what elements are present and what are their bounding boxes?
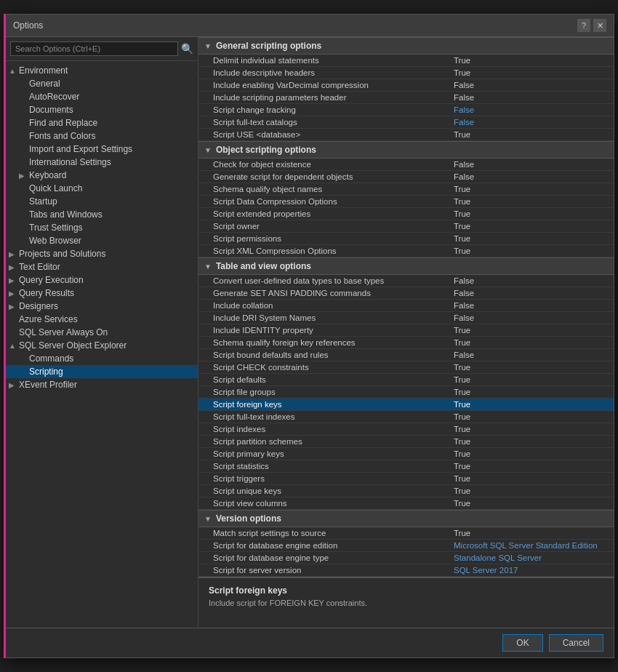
option-value: True — [454, 197, 599, 206]
option-row[interactable]: Script defaultsTrue — [198, 374, 614, 386]
tree-item-sql-always-on[interactable]: SQL Server Always On — [6, 326, 198, 339]
search-input[interactable] — [10, 41, 178, 56]
tree-item-quicklaunch[interactable]: Quick Launch — [6, 182, 198, 195]
option-row[interactable]: Generate SET ANSI PADDING commandsFalse — [198, 287, 614, 300]
option-row[interactable]: Include IDENTITY propertyTrue — [198, 324, 614, 337]
option-row[interactable]: Script primary keysTrue — [198, 448, 614, 460]
option-value: False — [454, 289, 599, 297]
tree-item-web-browser[interactable]: Web Browser — [6, 234, 198, 247]
tree-item-query-results[interactable]: ▶Query Results — [6, 287, 198, 300]
close-button[interactable]: ✕ — [593, 19, 606, 32]
option-row[interactable]: Script foreign keysTrue — [198, 399, 614, 411]
option-row[interactable]: Script ownerTrue — [198, 220, 614, 233]
option-row[interactable]: Script XML Compression OptionsTrue — [198, 245, 614, 257]
options-area: ▼General scripting optionsDelimit indivi… — [198, 37, 614, 577]
group-expander-version: ▼ — [204, 515, 212, 523]
option-value: True — [454, 363, 599, 372]
option-row[interactable]: Script change trackingFalse — [198, 104, 614, 116]
tree-item-text-editor[interactable]: ▶Text Editor — [6, 260, 198, 273]
options-group-version: ▼Version optionsMatch script settings to… — [198, 510, 614, 577]
tree-item-import-export[interactable]: Import and Export Settings — [6, 143, 198, 156]
tree-item-tabs-windows[interactable]: Tabs and Windows — [6, 208, 198, 221]
tree-item-commands[interactable]: Commands — [6, 352, 198, 365]
option-row[interactable]: Script statisticsTrue — [198, 460, 614, 473]
option-row[interactable]: Script bound defaults and rulesFalse — [198, 349, 614, 361]
option-name: Script extended properties — [213, 209, 454, 218]
tree-item-autorecover[interactable]: AutoRecover — [6, 90, 198, 103]
tree-item-designers[interactable]: ▶Designers — [6, 300, 198, 313]
tree-item-azure-services[interactable]: Azure Services — [6, 313, 198, 326]
tree-label-web-browser: Web Browser — [29, 236, 195, 246]
group-header-object-scripting[interactable]: ▼Object scripting options — [198, 141, 614, 159]
tree-item-xevent-profiler[interactable]: ▶XEvent Profiler — [6, 378, 198, 391]
option-row[interactable]: Convert user-defined data types to base … — [198, 275, 614, 287]
tree-item-query-execution[interactable]: ▶Query Execution — [6, 273, 198, 287]
option-row[interactable]: Script partition schemesTrue — [198, 436, 614, 448]
tree-item-keyboard[interactable]: ▶Keyboard — [6, 169, 198, 182]
group-header-version[interactable]: ▼Version options — [198, 510, 614, 527]
option-row[interactable]: Script extended propertiesTrue — [198, 208, 614, 220]
dialog-footer: OK Cancel — [6, 628, 614, 657]
tree-item-projects-solutions[interactable]: ▶Projects and Solutions — [6, 247, 198, 260]
dialog-title: Options — [13, 20, 43, 31]
option-row[interactable]: Check for object existenceFalse — [198, 159, 614, 171]
option-row[interactable]: Include enabling VarDecimal compressionF… — [198, 79, 614, 92]
tree-expander-query-execution: ▶ — [9, 276, 19, 284]
tree-item-scripting[interactable]: Scripting — [6, 365, 198, 378]
option-row[interactable]: Include scripting parameters headerFalse — [198, 92, 614, 104]
tree-item-find-replace[interactable]: Find and Replace — [6, 116, 198, 129]
tree-label-tabs-windows: Tabs and Windows — [29, 209, 195, 220]
option-row[interactable]: Include collationFalse — [198, 300, 614, 312]
option-row[interactable]: Schema qualify foreign key referencesTru… — [198, 337, 614, 349]
option-row[interactable]: Script Data Compression OptionsTrue — [198, 196, 614, 208]
tree-item-sql-object-explorer[interactable]: ▲SQL Server Object Explorer — [6, 339, 198, 352]
option-row[interactable]: Script unique keysTrue — [198, 485, 614, 497]
option-row[interactable]: Include DRI System NamesFalse — [198, 312, 614, 324]
option-row[interactable]: Script view columnsTrue — [198, 497, 614, 510]
tree-label-keyboard: Keyboard — [29, 170, 195, 180]
option-value: True — [454, 437, 599, 446]
option-row[interactable]: Delimit individual statementsTrue — [198, 55, 614, 67]
tree-item-documents[interactable]: Documents — [6, 103, 198, 116]
option-row[interactable]: Script triggersTrue — [198, 473, 614, 485]
option-row[interactable]: Script USE <database>True — [198, 129, 614, 141]
option-row[interactable]: Script for server versionSQL Server 2017 — [198, 564, 614, 577]
tree-item-general[interactable]: General — [6, 77, 198, 90]
option-row[interactable]: Include descriptive headersTrue — [198, 67, 614, 79]
tree-item-environment[interactable]: ▲Environment — [6, 64, 198, 77]
tree-item-trust-settings[interactable]: Trust Settings — [6, 221, 198, 234]
group-expander-general-scripting: ▼ — [204, 42, 212, 50]
option-row[interactable]: Script file groupsTrue — [198, 386, 614, 399]
ok-button[interactable]: OK — [502, 634, 542, 652]
option-name: Generate SET ANSI PADDING commands — [213, 289, 454, 297]
option-row[interactable]: Script for database engine editionMicros… — [198, 540, 614, 552]
option-value: True — [454, 326, 599, 335]
option-name: Script foreign keys — [213, 400, 454, 409]
tree-item-fonts-colors[interactable]: Fonts and Colors — [6, 129, 198, 143]
tree-item-startup[interactable]: Startup — [6, 195, 198, 208]
option-value: True — [454, 412, 599, 421]
option-value: True — [454, 185, 599, 193]
option-name: Delimit individual statements — [213, 56, 454, 65]
options-dialog: Options ? ✕ 🔍 ▲EnvironmentGeneralAutoRec… — [4, 14, 614, 658]
option-value: True — [454, 400, 599, 409]
option-value: True — [454, 474, 599, 483]
option-row[interactable]: Match script settings to sourceTrue — [198, 527, 614, 540]
option-name: Include enabling VarDecimal compression — [213, 81, 454, 89]
option-row[interactable]: Script full-text indexesTrue — [198, 411, 614, 423]
tree-item-international[interactable]: International Settings — [6, 156, 198, 169]
tree-expander-text-editor: ▶ — [9, 263, 19, 271]
option-row[interactable]: Script indexesTrue — [198, 423, 614, 436]
dialog-body: 🔍 ▲EnvironmentGeneralAutoRecoverDocument… — [6, 37, 614, 628]
option-row[interactable]: Script full-text catalogsFalse — [198, 116, 614, 129]
group-header-table-view[interactable]: ▼Table and view options — [198, 257, 614, 275]
option-row[interactable]: Script permissionsTrue — [198, 233, 614, 245]
option-row[interactable]: Script CHECK constraintsTrue — [198, 361, 614, 374]
help-button[interactable]: ? — [577, 19, 590, 32]
option-row[interactable]: Generate script for dependent objectsFal… — [198, 171, 614, 183]
group-header-general-scripting[interactable]: ▼General scripting options — [198, 37, 614, 55]
cancel-button[interactable]: Cancel — [549, 634, 603, 652]
option-row[interactable]: Schema qualify object namesTrue — [198, 183, 614, 196]
option-name: Script XML Compression Options — [213, 247, 454, 255]
option-row[interactable]: Script for database engine typeStandalon… — [198, 552, 614, 564]
